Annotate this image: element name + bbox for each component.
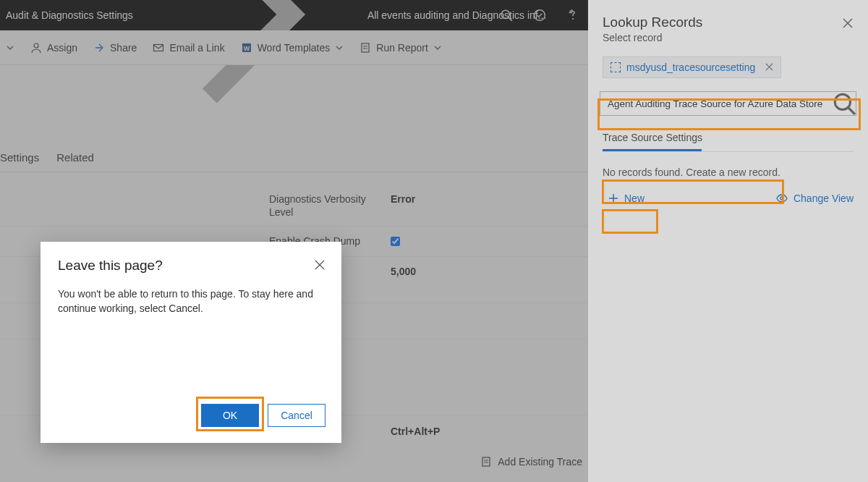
tabs: Settings Related (0, 143, 588, 172)
leave-page-dialog: Leave this page? You won't be able to re… (41, 242, 341, 443)
share-button[interactable]: Share (93, 42, 137, 54)
svg-point-3 (572, 18, 574, 20)
run-report-button[interactable]: Run Report (359, 42, 442, 54)
chip-row: msdyusd_tracesourcesetting (588, 49, 868, 78)
plus-icon (608, 193, 618, 203)
person-icon (30, 42, 42, 54)
new-label: New (624, 193, 644, 204)
close-icon[interactable] (842, 17, 854, 29)
logs-value[interactable]: 5,000 (391, 266, 416, 277)
tab-related[interactable]: Related (56, 151, 94, 164)
lookup-subtitle: Select record (603, 32, 854, 43)
word-templates-label: Word Templates (258, 42, 331, 54)
add-existing-icon (480, 456, 492, 468)
svg-text:W: W (243, 45, 250, 52)
search-row (600, 91, 856, 116)
share-icon (93, 42, 105, 54)
search-input[interactable] (600, 91, 856, 116)
svg-point-0 (501, 10, 509, 18)
chevron-down-icon (335, 43, 344, 52)
chip-remove-icon[interactable] (765, 62, 773, 73)
task-icon[interactable] (533, 9, 546, 22)
header-icons (500, 0, 579, 30)
search-icon[interactable] (832, 91, 856, 116)
dialog-buttons: OK Cancel (201, 404, 326, 427)
add-existing-label: Add Existing Trace (498, 456, 582, 468)
lookup-header: Lookup Records Select record (588, 0, 868, 49)
word-icon: W (241, 42, 252, 54)
section-separator (603, 151, 854, 152)
verbosity-label: Diagnostics Verbosity Level (269, 193, 385, 219)
svg-line-1 (509, 17, 512, 21)
report-icon (359, 42, 371, 54)
dialog-title: Leave this page? (41, 242, 341, 274)
svg-point-18 (835, 94, 850, 109)
entity-chip-label: msdyusd_tracesourcesetting (626, 62, 755, 73)
verbosity-value[interactable]: Error (391, 193, 415, 205)
word-templates-button[interactable]: W Word Templates (241, 42, 344, 54)
top-header: Audit & Diagnostics Settings All events … (0, 0, 588, 30)
form-row-verbosity: Diagnostics Verbosity Level Error (0, 185, 588, 227)
lookup-section-title: Trace Source Settings (603, 132, 854, 143)
change-view-button[interactable]: Change View (776, 193, 854, 204)
command-bar: Assign Share Email a Link W Word Templat… (0, 30, 588, 65)
lookup-panel: Lookup Records Select record msdyusd_tra… (588, 0, 868, 482)
svg-rect-11 (482, 457, 490, 466)
eye-icon (776, 193, 788, 204)
shortcut-value: Ctrl+Alt+P (391, 426, 440, 437)
share-label: Share (110, 42, 137, 54)
chevron-down-icon[interactable] (6, 43, 14, 52)
add-existing-row[interactable]: Add Existing Trace (0, 447, 588, 476)
run-report-label: Run Report (376, 42, 428, 54)
email-link-button[interactable]: Email a Link (153, 42, 224, 54)
svg-line-19 (848, 108, 855, 114)
lookup-title: Lookup Records (603, 14, 854, 30)
ok-button[interactable]: OK (201, 404, 259, 427)
cancel-button[interactable]: Cancel (268, 404, 326, 427)
svg-point-2 (535, 10, 545, 21)
chevron-down-icon (433, 43, 442, 52)
tab-settings[interactable]: Settings (0, 151, 39, 164)
search-icon[interactable] (500, 9, 513, 22)
entity-icon (610, 62, 621, 72)
change-view-label: Change View (793, 193, 854, 204)
svg-point-22 (780, 197, 783, 200)
assign-button[interactable]: Assign (30, 42, 77, 54)
no-records-message: No records found. Create a new record. (603, 166, 854, 178)
new-button[interactable]: New (603, 190, 650, 207)
help-icon[interactable] (566, 9, 579, 22)
crashdump-checkbox[interactable] (391, 237, 400, 246)
assign-label: Assign (47, 42, 77, 54)
close-icon[interactable] (314, 259, 326, 271)
lookup-action-row: New Change View (603, 190, 854, 207)
breadcrumb-root[interactable]: Audit & Diagnostics Settings (6, 9, 133, 21)
svg-rect-8 (362, 43, 369, 52)
mail-icon (153, 42, 164, 54)
dialog-body: You won't be able to return to this page… (41, 274, 341, 316)
entity-chip[interactable]: msdyusd_tracesourcesetting (603, 56, 781, 78)
email-link-label: Email a Link (169, 42, 224, 54)
svg-point-4 (34, 43, 38, 48)
